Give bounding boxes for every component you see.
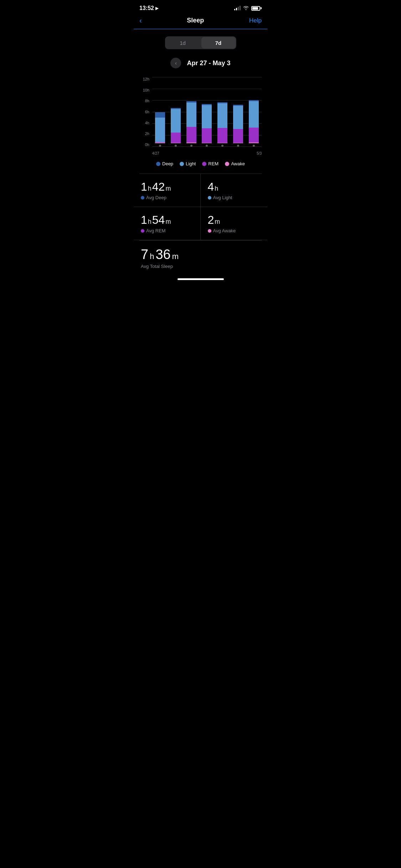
y-label-6h: 6h [139,110,149,114]
segment-1d[interactable]: 1d [166,37,200,48]
avg-light-dot [208,196,211,200]
y-label-4h: 4h [139,121,149,125]
stat-avg-rem: 1 h 54 m Avg REM [134,207,201,240]
avg-rem-hours: 1 [141,213,147,227]
date-range-label: Apr 27 - May 3 [187,60,230,67]
avg-light-label: Avg Light [213,195,232,200]
nav-bar: ‹ Sleep Help [134,14,267,29]
bar-stack-4 [217,102,227,143]
x-label-start: 4/27 [152,151,159,155]
status-bar: 13:52 ▶ [134,0,267,14]
avg-rem-h-unit: h [148,218,151,226]
bar-stack-6 [249,100,259,143]
bar-light-3 [202,105,212,128]
total-sleep: 7 h 36 m Avg Total Sleep [134,241,267,275]
bar-group-2 [185,101,198,147]
avg-awake-label: Avg Awake [213,228,236,233]
stat-avg-light: 4 h Avg Light [201,174,268,207]
legend-light-label: Light [186,161,196,166]
y-axis: 12h 10h 8h 6h 4h 2h 0h [139,77,149,155]
bar-light-0 [155,118,165,142]
total-h-unit: h [150,252,154,261]
legend-awake-label: Awake [231,161,245,166]
chart-area: 4/27 5/3 [152,77,262,155]
segment-7d[interactable]: 7d [201,37,236,48]
chart-container: 12h 10h 8h 6h 4h 2h 0h 4/27 [134,77,267,155]
y-label-2h: 2h [139,131,149,136]
bar-awake-5 [233,143,243,143]
date-row: ‹ Apr 27 - May 3 [134,58,267,68]
bar-rem-3 [202,128,212,143]
bars-row [152,77,262,147]
bar-awake-1 [171,143,181,143]
bar-light-4 [217,103,227,128]
bar-stack-5 [233,105,243,143]
legend-deep: Deep [156,161,173,166]
avg-deep-dot [141,196,144,200]
x-label-end: 5/3 [257,151,262,155]
awake-dot [225,162,229,166]
bar-awake-2 [186,143,196,143]
avg-deep-h-unit: h [148,185,151,192]
segment-control: 1d 7d [165,36,236,49]
y-label-8h: 8h [139,99,149,103]
signal-icon [234,6,241,10]
avg-deep-m-unit: m [165,185,171,192]
bar-group-6 [247,100,260,147]
status-time: 13:52 [139,5,154,11]
wifi-icon [243,5,249,11]
bar-light-6 [249,101,259,128]
bar-awake-0 [155,143,165,143]
home-indicator [134,275,267,281]
x-labels: 4/27 5/3 [152,147,262,155]
bar-stack-3 [202,104,212,143]
total-m-unit: m [172,252,179,261]
light-dot [180,162,184,166]
bar-awake-6 [249,143,259,143]
total-label: Avg Total Sleep [141,264,260,269]
bar-stack-0 [155,112,165,143]
legend-light: Light [180,161,196,166]
bar-group-0 [154,112,166,147]
bar-stack-1 [171,108,181,143]
location-icon: ▶ [155,6,158,11]
rem-dot [202,162,206,166]
home-bar [178,278,224,280]
bar-group-3 [200,104,213,147]
date-back-button[interactable]: ‹ [170,58,181,68]
y-label-12h: 12h [139,77,149,81]
bar-light-2 [186,103,196,127]
bar-rem-4 [217,128,227,143]
bar-awake-4 [217,143,227,143]
deep-dot [156,162,160,166]
avg-rem-mins: 54 [152,213,165,227]
total-mins: 36 [155,247,170,262]
y-label-10h: 10h [139,88,149,92]
bar-group-1 [169,108,182,147]
bar-rem-6 [249,128,259,143]
page-title: Sleep [187,17,204,24]
avg-rem-label: Avg REM [146,228,166,233]
bar-rem-5 [233,129,243,143]
stat-avg-deep: 1 h 42 m Avg Deep [134,174,201,207]
legend-rem-label: REM [208,161,219,166]
y-label-0h: 0h [139,143,149,147]
avg-deep-mins: 42 [152,180,165,193]
avg-awake-m-unit: m [215,218,220,226]
stats-grid: 1 h 42 m Avg Deep 4 h Avg Light 1 h 54 m [134,174,267,240]
legend-rem: REM [202,161,219,166]
bar-stack-2 [186,101,196,143]
bar-group-5 [232,105,245,147]
bar-light-5 [233,106,243,129]
avg-awake-dot [208,229,211,233]
back-button[interactable]: ‹ [139,16,142,25]
avg-light-h-unit: h [215,185,218,192]
legend: Deep Light REM Awake [134,161,267,166]
help-button[interactable]: Help [249,17,262,24]
bar-rem-2 [186,127,196,143]
bar-awake-3 [202,143,212,143]
legend-deep-label: Deep [162,161,173,166]
avg-light-hours: 4 [208,180,214,193]
avg-awake-mins: 2 [208,213,214,227]
avg-deep-hours: 1 [141,180,147,193]
